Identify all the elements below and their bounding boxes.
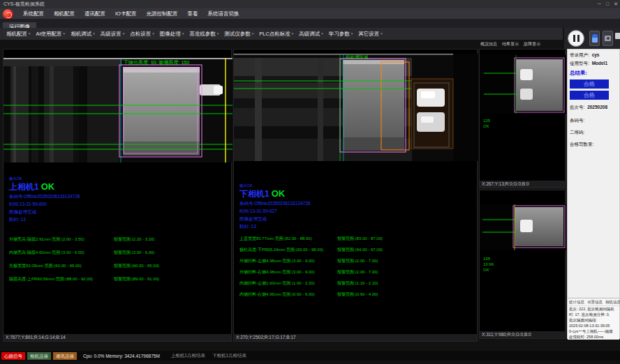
- status-badge: OK: [41, 181, 55, 192]
- qrcode-label: 二维码:: [570, 130, 584, 135]
- toolbar-item-spot-check-settings[interactable]: 点检设置: [127, 31, 157, 38]
- tab-result-display[interactable]: 结果显示: [502, 40, 519, 49]
- toolbar-item-image-processing[interactable]: 图像处理: [157, 31, 187, 38]
- measurement-row: 隔膜高度-上PR90.56mm 范围:(88.00 - 92.00) 报警范围:…: [9, 273, 228, 286]
- measurement-row: 外侧封料-左侧4.38mm 范围:(3.00 - 9.00) 报警范围:(2.0…: [239, 255, 474, 266]
- menu-item-system-config[interactable]: 系统配置: [18, 8, 49, 19]
- cpu-memory-readout: Cpu: 0.0% Memory: 3424.41796875M: [83, 354, 160, 358]
- stat-line: 时: 17, 批次检测分辨: 0,: [568, 312, 619, 317]
- stat-line: 批次: 222, 批次检测间隔耗: [568, 306, 619, 312]
- pass-count-label: 合格写数量:: [570, 142, 593, 146]
- total-result-box-top: 合格: [570, 79, 609, 89]
- process-done-line: 图像处理完成: [239, 215, 474, 222]
- info-panel: 登录用户: cys 使用型号: Model1 总结果: 合格 合格 批次号: 2…: [567, 49, 620, 339]
- model-label: 使用型号:: [570, 61, 589, 66]
- total-result-box-bottom: 合格: [570, 91, 609, 100]
- toolbar-item-ai-config[interactable]: AI使用配置: [34, 31, 68, 38]
- title-bar: CYS-视觉检测系统 ─ □ ✕: [0, 0, 620, 8]
- measurement-row: 内侧封料-左侧1.93mm 范围:(1.00 - 2.20) 报警范围:(1.1…: [239, 278, 474, 289]
- pause-icon: [573, 35, 575, 42]
- menu-item-comm-config[interactable]: 通讯配置: [80, 8, 110, 19]
- tab-overview-info[interactable]: 概况信息: [480, 40, 497, 49]
- camera-link-indicator: 相机连接: [27, 352, 51, 360]
- toolbar-item-learning-params[interactable]: 学习参数: [326, 31, 356, 38]
- bottom-camera-check-button[interactable]: 下相机1点检结果: [212, 353, 246, 359]
- barcode-row: 条码号:: [568, 110, 619, 123]
- heartbeat-indicator: 心跳信号: [1, 352, 25, 360]
- thumbnail-overlay-text: 135 OK: [483, 118, 490, 129]
- user-icon: [592, 34, 598, 43]
- camera-name: 上相机1: [9, 182, 39, 192]
- thumbnail-image-top[interactable]: [480, 55, 566, 114]
- maximize-button[interactable]: □: [606, 0, 609, 8]
- pixel-coordinates-readout: X:311;Y:980;R:0;G:0;B:0: [480, 331, 565, 338]
- barcode-line: 条码号:Offline20250208133134728: [239, 199, 474, 207]
- menu-bar: 系统配置 相机配置 通讯配置 IO卡配置 光源控制配置 查看 系统语言切换: [0, 8, 620, 19]
- toolbar-item-advanced-settings[interactable]: 高级设置: [98, 31, 128, 38]
- tab-settings-info[interactable]: 设置信息: [587, 300, 603, 305]
- batch-label: 批次号:: [570, 105, 584, 109]
- time-line: 时间:13-31-59-600: [9, 200, 228, 208]
- pause-icon: [577, 35, 580, 42]
- user-button[interactable]: [589, 31, 600, 46]
- camera-image-bottom[interactable]: AI处理区域: [234, 54, 478, 161]
- measurement-row: 外侧壳高-隔膜2.91mm 范围:(2.00 - 3.50) 报警范围:(2.2…: [9, 233, 228, 246]
- model-row: 使用型号: Model1: [568, 58, 619, 66]
- minimize-button[interactable]: ─: [598, 0, 601, 8]
- menu-item-light-config[interactable]: 光源控制配置: [141, 8, 182, 19]
- menu-item-view[interactable]: 查看: [182, 8, 202, 19]
- login-user-label: 登录用户:: [570, 52, 589, 57]
- result-title: 上相机1OK: [9, 181, 228, 192]
- camera-image-top[interactable]: 下限位高度: 93; 吸嘴高度: 150: [3, 58, 232, 162]
- tab-fault-display[interactable]: 故障显示: [524, 40, 540, 49]
- batch-row: 批次号: 20250208: [568, 100, 619, 110]
- measurement-row: 上盖宽度83.77mm 范围:(82.00 - 88.00) 报警范围:(83.…: [239, 233, 474, 244]
- login-user-value: cys: [592, 52, 600, 57]
- control-cluster: [564, 28, 620, 49]
- toolbar-item-camera-debug[interactable]: 相机调试: [68, 31, 98, 38]
- tab-strip: 运行图像: [0, 19, 620, 28]
- elapsed-line: 耗时: 13: [9, 215, 228, 223]
- menu-item-io-config[interactable]: IO卡配置: [110, 8, 141, 19]
- barcode-label: 条码号:: [570, 118, 584, 123]
- thumbnail-overlay-text: 135 13.96 OK: [483, 256, 494, 273]
- model-value: Model1: [592, 61, 607, 66]
- toolbar-item-advanced-debug[interactable]: 高级调试: [296, 31, 326, 38]
- measurement-row: 内侧壳高-隔膜4.60mm 范围:(3.00 - 6.00) 报警范围:(3.0…: [9, 246, 228, 259]
- top-camera-check-button[interactable]: 上相机1点检结果: [171, 353, 205, 359]
- pause-button[interactable]: [568, 30, 584, 47]
- thumbnail-view-bottom: 135 13.96 OK X:311;Y:980;R:0;G:0;B:0: [479, 190, 566, 339]
- measurement-list: 上盖宽度83.77mm 范围:(82.00 - 88.00) 报警范围:(83.…: [239, 233, 474, 300]
- camera-icon: [605, 36, 611, 41]
- close-button[interactable]: ✕: [614, 0, 618, 8]
- menu-item-language-switch[interactable]: 系统语言切换: [202, 8, 244, 19]
- batch-value: 20250208: [587, 105, 607, 109]
- comm-link-indicator: 通讯连接: [53, 352, 77, 360]
- qrcode-row: 二维码:: [568, 123, 619, 135]
- camera-button[interactable]: [603, 31, 613, 46]
- measurement-row: 外侧封料-右侧4.38mm 范围:(3.00 - 9.00) 报警范围:(2.0…: [239, 266, 474, 278]
- camera-view-bottom: AI处理区域 输出OK 下相机1OK 条码号:Offline2025020813…: [233, 49, 478, 342]
- pixel-coordinates-readout: X:7677;Y:891;R:14;G:14;B:14: [3, 334, 231, 341]
- tab-camera-info[interactable]: 相机信息: [605, 300, 620, 305]
- stat-line: 处理耗时: 258.00ms: [568, 334, 619, 340]
- toolbar-item-plc-check-standard[interactable]: PLC点检标准: [256, 31, 296, 38]
- small-view-tabs: 概况信息 结果显示 故障显示: [480, 40, 564, 49]
- overlay-text-ai-region: AI处理区域: [346, 54, 369, 60]
- lock-icon: [615, 33, 620, 39]
- elapsed-line: 耗时: 13: [239, 222, 474, 230]
- app-logo-icon: [3, 9, 13, 20]
- toolbar-item-other-settings[interactable]: 其它设置: [355, 31, 385, 38]
- pass-count-row: 合格写数量:: [568, 135, 619, 147]
- toolbar-item-tester-params[interactable]: 测试仪参数: [221, 31, 256, 38]
- process-done-line: 图像处理完成: [9, 208, 228, 215]
- status-bar: 心跳信号 相机连接 通讯连接 Cpu: 0.0% Memory: 3424.41…: [0, 351, 620, 361]
- thumbnail-image-bottom[interactable]: [480, 204, 566, 250]
- tab-statistics-info[interactable]: 统计信息: [569, 300, 584, 305]
- toolbar-item-baseline-params[interactable]: 基准线参数: [186, 31, 221, 38]
- toolbar-item-camera-config[interactable]: 相机配置: [3, 31, 34, 38]
- menu-item-camera-config[interactable]: 相机配置: [49, 8, 80, 19]
- overlay-text-top-limits: 下限位高度: 93; 吸嘴高度: 150: [124, 60, 189, 66]
- measurement-row: 内侧封料-右侧4.36mm 范围:(0.60 - 6.00) 报警范围:(0.6…: [239, 289, 474, 300]
- stat-line: 0-cys一号上相机——隔膜: [568, 328, 619, 334]
